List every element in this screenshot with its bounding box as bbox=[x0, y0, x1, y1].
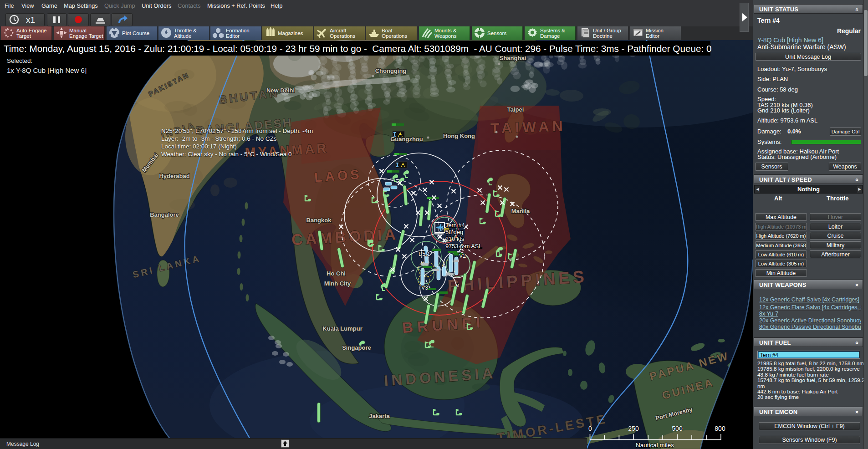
svg-text:Chongqing: Chongqing bbox=[375, 67, 407, 74]
svg-text:Nautical miles: Nautical miles bbox=[636, 442, 674, 449]
svg-text:210 kts: 210 kts bbox=[445, 235, 464, 242]
svg-text:Guangzhou: Guangzhou bbox=[390, 136, 423, 143]
svg-text:9753.6 m ASL: 9753.6 m ASL bbox=[445, 243, 482, 250]
svg-text:0: 0 bbox=[588, 425, 592, 432]
svg-text:TAIWAN: TAIWAN bbox=[490, 117, 566, 137]
svg-text:V2: V2 bbox=[459, 253, 466, 259]
svg-text:Tern #4: Tern #4 bbox=[445, 222, 465, 229]
svg-text:250: 250 bbox=[628, 425, 639, 432]
svg-text:800: 800 bbox=[715, 425, 725, 432]
svg-text:Hyderabad: Hyderabad bbox=[159, 173, 189, 179]
svg-text:Ho Chi: Ho Chi bbox=[327, 270, 346, 277]
svg-text:New Delhi: New Delhi bbox=[266, 87, 295, 94]
svg-text:Manila: Manila bbox=[511, 208, 530, 214]
svg-text:Bangkok: Bangkok bbox=[306, 217, 332, 224]
svg-text:58 deg: 58 deg bbox=[445, 229, 463, 235]
svg-text:Hong Kong: Hong Kong bbox=[443, 133, 475, 139]
svg-text:Taipei: Taipei bbox=[507, 106, 524, 113]
svg-text:Bangalore: Bangalore bbox=[150, 211, 179, 218]
svg-text:V3: V3 bbox=[421, 285, 428, 291]
svg-text:Kuala Lumpur: Kuala Lumpur bbox=[322, 325, 362, 332]
svg-text:500: 500 bbox=[672, 425, 683, 432]
svg-text:Singapore: Singapore bbox=[342, 344, 371, 351]
svg-text:e: e bbox=[456, 282, 459, 288]
svg-text:x1: x1 bbox=[26, 15, 35, 25]
svg-text:Shanghai: Shanghai bbox=[500, 55, 526, 61]
svg-text:B5.1: B5.1 bbox=[419, 251, 430, 257]
svg-text:Minh City: Minh City bbox=[324, 280, 351, 287]
svg-text:Jakarta: Jakarta bbox=[369, 413, 390, 419]
